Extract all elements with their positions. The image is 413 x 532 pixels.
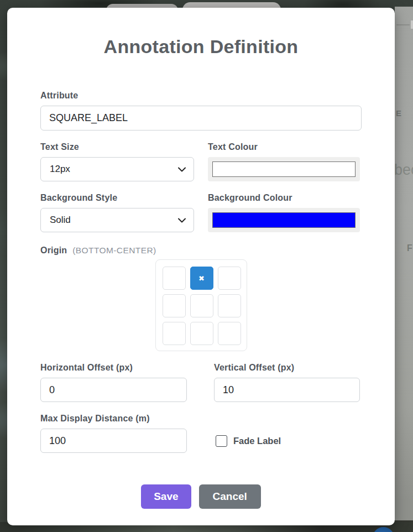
text-colour-picker[interactable] bbox=[208, 157, 360, 181]
origin-label-row: Origin (BOTTOM-CENTER) bbox=[40, 245, 362, 256]
chevron-down-icon bbox=[178, 167, 186, 172]
max-display-distance-input[interactable] bbox=[40, 429, 187, 453]
origin-cell-middle-right[interactable] bbox=[218, 294, 241, 317]
origin-cell-bottom-left[interactable] bbox=[163, 322, 186, 345]
origin-selected-hint: (BOTTOM-CENTER) bbox=[72, 246, 156, 255]
text-colour-label: Text Colour bbox=[208, 142, 360, 153]
text-size-colour-row: Text Size 12px Text Colour bbox=[40, 142, 362, 181]
side-panel-bottom-edge bbox=[395, 520, 413, 522]
side-panel-divider bbox=[396, 24, 410, 25]
chevron-down-icon bbox=[178, 218, 186, 223]
map-place-label-fragment: bec bbox=[394, 161, 413, 179]
cancel-button[interactable]: Cancel bbox=[199, 484, 261, 509]
text-size-selected-value: 12px bbox=[50, 164, 70, 175]
selected-origin-x-icon: ✖ bbox=[198, 275, 205, 282]
background-style-colour-row: Background Style Solid Background Colour bbox=[40, 192, 362, 232]
origin-label: Origin bbox=[40, 245, 67, 256]
text-size-select[interactable]: 12px bbox=[40, 157, 194, 181]
attribute-label: Attribute bbox=[40, 90, 362, 101]
text-colour-swatch bbox=[212, 161, 356, 177]
map-street-label-fragment-2: F bbox=[407, 243, 412, 253]
origin-cell-top-left[interactable] bbox=[163, 267, 186, 290]
background-colour-swatch bbox=[212, 212, 356, 228]
origin-cell-top-right[interactable] bbox=[218, 267, 241, 290]
text-size-field-group: Text Size 12px bbox=[40, 142, 194, 181]
dialog-actions: Save Cancel bbox=[40, 484, 362, 509]
vertical-offset-input[interactable] bbox=[214, 378, 360, 402]
fade-label-checkbox[interactable] bbox=[216, 435, 227, 447]
origin-cell-bottom-center[interactable] bbox=[190, 322, 213, 345]
vertical-offset-label: Vertical Offset (px) bbox=[214, 362, 360, 373]
offsets-row: Horizontal Offset (px) Vertical Offset (… bbox=[40, 362, 362, 402]
text-size-label: Text Size bbox=[40, 142, 194, 153]
distance-fade-row: Max Display Distance (m) Fade Label bbox=[40, 413, 362, 453]
attribute-field-group: Attribute bbox=[40, 90, 362, 131]
annotation-definition-dialog: Annotation Definition Attribute Text Siz… bbox=[7, 8, 395, 525]
origin-cell-center[interactable] bbox=[190, 294, 213, 317]
origin-cell-middle-left[interactable] bbox=[163, 294, 186, 317]
map-street-label-fragment: E bbox=[396, 108, 401, 118]
horizontal-offset-label: Horizontal Offset (px) bbox=[40, 362, 187, 373]
max-display-distance-field-group: Max Display Distance (m) bbox=[40, 413, 187, 453]
side-panel-edge-fragment bbox=[411, 20, 413, 29]
text-colour-field-group: Text Colour bbox=[208, 142, 360, 181]
background-style-label: Background Style bbox=[40, 192, 194, 204]
app-viewport: E bec F Annotation Definition Attribute … bbox=[0, 0, 413, 532]
background-colour-label: Background Colour bbox=[208, 192, 360, 204]
fade-label-group: Fade Label bbox=[216, 435, 281, 447]
background-colour-picker[interactable] bbox=[208, 208, 360, 232]
background-style-field-group: Background Style Solid bbox=[40, 192, 194, 232]
max-display-distance-label: Max Display Distance (m) bbox=[40, 413, 187, 424]
save-button[interactable]: Save bbox=[141, 484, 191, 509]
horizontal-offset-input[interactable] bbox=[40, 378, 187, 402]
horizontal-offset-field-group: Horizontal Offset (px) bbox=[40, 362, 187, 402]
origin-picker-grid: ✖ bbox=[155, 259, 247, 351]
vertical-offset-field-group: Vertical Offset (px) bbox=[214, 362, 360, 402]
background-style-select[interactable]: Solid bbox=[40, 208, 194, 232]
origin-cell-top-center[interactable]: ✖ bbox=[190, 267, 213, 290]
attribute-input[interactable] bbox=[40, 106, 362, 131]
background-colour-field-group: Background Colour bbox=[208, 192, 360, 232]
origin-cell-bottom-right[interactable] bbox=[218, 322, 241, 345]
background-style-selected-value: Solid bbox=[50, 215, 71, 226]
fade-label-text: Fade Label bbox=[233, 436, 281, 446]
dialog-title: Annotation Definition bbox=[40, 34, 362, 59]
dimmed-side-panel bbox=[395, 7, 413, 521]
